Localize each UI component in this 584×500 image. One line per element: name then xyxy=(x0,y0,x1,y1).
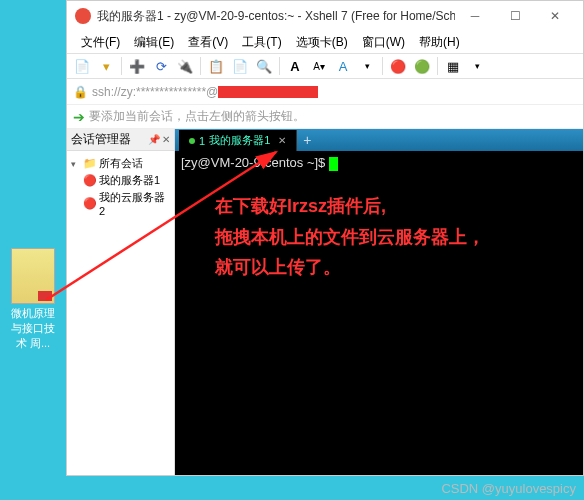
titlebar: 我的服务器1 - zy@VM-20-9-centos:~ - Xshell 7 … xyxy=(67,1,583,31)
pin-icon[interactable]: 📌 xyxy=(148,134,160,145)
hint-text: 要添加当前会话，点击左侧的箭头按钮。 xyxy=(89,108,305,125)
find-button[interactable]: 🔍 xyxy=(253,55,275,77)
status-dot-icon xyxy=(189,138,195,144)
open-button[interactable]: ▾ xyxy=(95,55,117,77)
xftp-button[interactable]: 🟢 xyxy=(411,55,433,77)
tab-add-button[interactable]: + xyxy=(297,129,317,151)
redacted-host xyxy=(218,86,318,98)
font-button[interactable]: A xyxy=(284,55,306,77)
menu-edit[interactable]: 编辑(E) xyxy=(128,32,180,53)
annotation-text: 在下载好lrzsz插件后, 拖拽本机上的文件到云服务器上， 就可以上传了。 xyxy=(215,191,485,283)
app-icon xyxy=(75,8,91,24)
session-manager-title: 会话管理器 xyxy=(71,131,131,148)
session-manager-panel: 会话管理器 📌 ✕ ▾ 📁 所有会话 🔴 我的服务器1 🔴 xyxy=(67,129,175,475)
terminal[interactable]: [zy@VM-20-9-centos ~]$ 在下载好lrzsz插件后, 拖拽本… xyxy=(175,151,583,475)
cursor xyxy=(329,157,338,171)
menu-help[interactable]: 帮助(H) xyxy=(413,32,466,53)
session-tree: ▾ 📁 所有会话 🔴 我的服务器1 🔴 我的云服务器2 xyxy=(67,151,174,222)
desktop-file-icon[interactable]: 微机原理与接口技术 周... xyxy=(6,248,60,351)
menu-view[interactable]: 查看(V) xyxy=(182,32,234,53)
close-button[interactable]: ✕ xyxy=(535,2,575,30)
menu-tools[interactable]: 工具(T) xyxy=(236,32,287,53)
shell-prompt: [zy@VM-20-9-centos ~]$ xyxy=(181,155,329,170)
tab-bar: 1 我的服务器1 ✕ + xyxy=(175,129,583,151)
address-text: ssh://zy:***************@ xyxy=(92,85,318,99)
copy-button[interactable]: 📋 xyxy=(205,55,227,77)
menu-tab[interactable]: 选项卡(B) xyxy=(290,32,354,53)
menu-window[interactable]: 窗口(W) xyxy=(356,32,411,53)
lock-icon: 🔒 xyxy=(73,85,88,99)
terminal-panel: 1 我的服务器1 ✕ + [zy@VM-20-9-centos ~]$ 在下载好… xyxy=(175,129,583,475)
connect-button[interactable]: ➕ xyxy=(126,55,148,77)
color-button[interactable]: A xyxy=(332,55,354,77)
tab-session1[interactable]: 1 我的服务器1 ✕ xyxy=(179,130,297,151)
maximize-button[interactable]: ☐ xyxy=(495,2,535,30)
tree-root[interactable]: ▾ 📁 所有会话 xyxy=(69,155,172,172)
main-area: 会话管理器 📌 ✕ ▾ 📁 所有会话 🔴 我的服务器1 🔴 xyxy=(67,129,583,475)
watermark: CSDN @yuyulovespicy xyxy=(441,481,576,496)
layout-down-button[interactable]: ▾ xyxy=(466,55,488,77)
menubar: 文件(F) 编辑(E) 查看(V) 工具(T) 选项卡(B) 窗口(W) 帮助(… xyxy=(67,31,583,53)
file-label: 微机原理与接口技术 周... xyxy=(6,306,60,351)
new-session-button[interactable]: 📄 xyxy=(71,55,93,77)
xagent-button[interactable]: 🔴 xyxy=(387,55,409,77)
file-thumbnail xyxy=(11,248,55,304)
paste-button[interactable]: 📄 xyxy=(229,55,251,77)
tree-item-server2[interactable]: 🔴 我的云服务器2 xyxy=(69,189,172,218)
address-bar[interactable]: 🔒 ssh://zy:***************@ xyxy=(67,79,583,105)
layout-button[interactable]: ▦ xyxy=(442,55,464,77)
session-icon: 🔴 xyxy=(83,197,97,210)
menu-file[interactable]: 文件(F) xyxy=(75,32,126,53)
tree-item-server1[interactable]: 🔴 我的服务器1 xyxy=(69,172,172,189)
session-manager-header: 会话管理器 📌 ✕ xyxy=(67,129,174,151)
session-icon: 🔴 xyxy=(83,174,97,187)
xshell-window: 我的服务器1 - zy@VM-20-9-centos:~ - Xshell 7 … xyxy=(66,0,584,476)
tab-close-icon[interactable]: ✕ xyxy=(278,135,286,146)
tree-collapse-icon[interactable]: ▾ xyxy=(71,159,81,169)
color-down-button[interactable]: ▾ xyxy=(356,55,378,77)
minimize-button[interactable]: ─ xyxy=(455,2,495,30)
folder-icon: 📁 xyxy=(83,157,97,170)
toolbar: 📄 ▾ ➕ ⟳ 🔌 📋 📄 🔍 A A▾ A ▾ 🔴 🟢 ▦ ▾ xyxy=(67,53,583,79)
font-down-button[interactable]: A▾ xyxy=(308,55,330,77)
hint-bar: ➔ 要添加当前会话，点击左侧的箭头按钮。 xyxy=(67,105,583,129)
add-session-arrow-icon[interactable]: ➔ xyxy=(73,109,85,125)
panel-close-icon[interactable]: ✕ xyxy=(162,134,170,145)
reconnect-button[interactable]: ⟳ xyxy=(150,55,172,77)
disconnect-button[interactable]: 🔌 xyxy=(174,55,196,77)
window-title: 我的服务器1 - zy@VM-20-9-centos:~ - Xshell 7 … xyxy=(97,8,455,25)
